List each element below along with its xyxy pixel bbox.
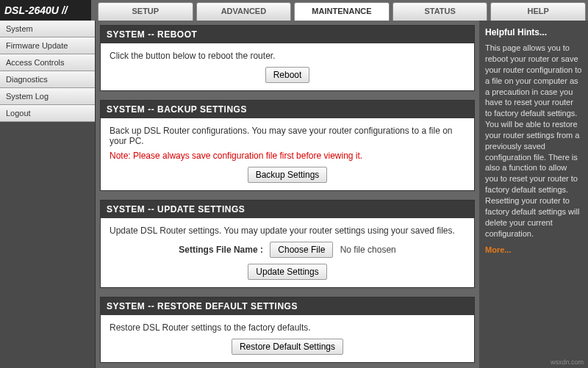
sidebar-item-diagnostics[interactable]: Diagnostics xyxy=(0,71,95,88)
panel-restore-text: Restore DSL Router settings to the facto… xyxy=(110,322,465,333)
more-link[interactable]: More... xyxy=(485,245,511,256)
panel-reboot-text: Click the button below to reboot the rou… xyxy=(110,51,465,61)
sidebar: System Firmware Update Access Controls D… xyxy=(0,21,96,368)
sidebar-item-system-log[interactable]: System Log xyxy=(0,88,95,105)
sidebar-item-logout[interactable]: Logout xyxy=(0,105,95,122)
panel-update-title: SYSTEM -- UPDATE SETTINGS xyxy=(101,201,474,218)
update-settings-button[interactable]: Update Settings xyxy=(248,264,326,280)
panel-backup-title: SYSTEM -- BACKUP SETTINGS xyxy=(101,101,474,118)
choose-file-button[interactable]: Choose File xyxy=(270,242,333,258)
tab-status[interactable]: STATUS xyxy=(392,2,488,21)
helpful-hints-body: This page allows you to reboot your rout… xyxy=(485,43,582,239)
sidebar-item-access-controls[interactable]: Access Controls xyxy=(0,54,95,71)
tab-help[interactable]: HELP xyxy=(490,2,586,21)
panel-reboot: SYSTEM -- REBOOT Click the button below … xyxy=(100,25,475,91)
brand-label: DSL-2640U xyxy=(0,0,96,21)
panel-restore: SYSTEM -- RESTORE DEFAULT SETTINGS Resto… xyxy=(100,297,475,363)
tab-advanced[interactable]: ADVANCED xyxy=(196,2,292,21)
settings-file-label: Settings File Name : xyxy=(179,245,263,255)
reboot-button[interactable]: Reboot xyxy=(265,67,310,83)
helpful-hints-panel: Helpful Hints... This page allows you to… xyxy=(479,21,588,368)
panel-backup-text: Back up DSL Router configurations. You m… xyxy=(110,126,465,146)
panel-update: SYSTEM -- UPDATE SETTINGS Update DSL Rou… xyxy=(100,200,475,288)
panel-update-text: Update DSL Router settings. You may upda… xyxy=(110,226,465,236)
panel-restore-title: SYSTEM -- RESTORE DEFAULT SETTINGS xyxy=(101,297,474,315)
panel-backup-note: Note: Please always save configuration f… xyxy=(110,151,465,161)
sidebar-item-system[interactable]: System xyxy=(0,21,95,37)
panel-reboot-title: SYSTEM -- REBOOT xyxy=(101,26,474,43)
top-tabs: SETUP ADVANCED MAINTENANCE STATUS HELP xyxy=(96,0,588,21)
file-chosen-status: No file chosen xyxy=(340,245,396,255)
tab-setup[interactable]: SETUP xyxy=(98,2,193,21)
helpful-hints-title: Helpful Hints... xyxy=(485,26,582,38)
backup-settings-button[interactable]: Backup Settings xyxy=(248,167,328,183)
sidebar-item-firmware-update[interactable]: Firmware Update xyxy=(0,37,95,54)
content-area: SYSTEM -- REBOOT Click the button below … xyxy=(96,21,479,368)
tab-maintenance[interactable]: MAINTENANCE xyxy=(294,2,390,21)
panel-backup: SYSTEM -- BACKUP SETTINGS Back up DSL Ro… xyxy=(100,100,475,191)
restore-default-button[interactable]: Restore Default Settings xyxy=(232,339,343,355)
